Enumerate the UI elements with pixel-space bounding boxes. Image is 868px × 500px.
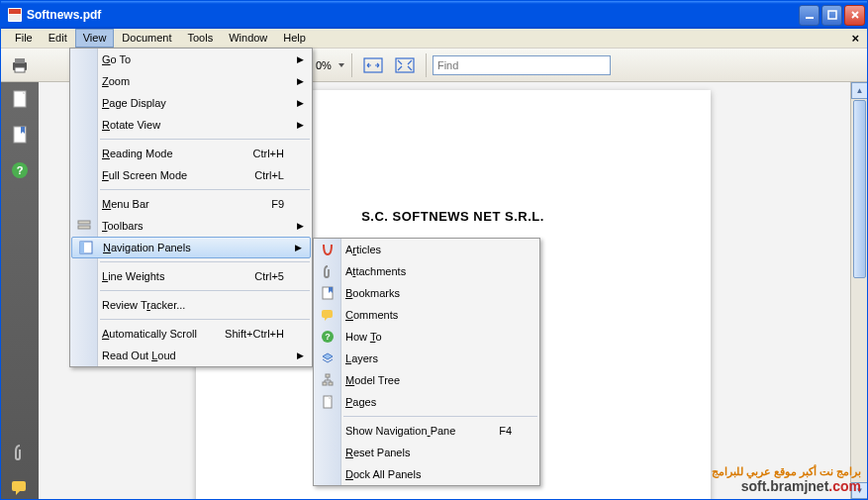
layers-icon [320, 350, 336, 366]
navpanels-submenu-item-how-to[interactable]: ?How To [314, 326, 539, 348]
separator [426, 53, 427, 77]
view-menu-item-automatically-scroll[interactable]: Automatically ScrollShift+Ctrl+H [70, 323, 312, 345]
svg-rect-6 [15, 58, 25, 63]
scroll-thumb[interactable] [853, 100, 866, 278]
view-menu-item-line-weights[interactable]: Line WeightsCtrl+5 [70, 265, 312, 287]
submenu-arrow-icon: ▶ [297, 120, 304, 130]
fit-page-button[interactable] [390, 51, 420, 79]
menu-item-label: Zoom [102, 75, 130, 87]
view-menu-item-menu-bar[interactable]: Menu BarF9 [70, 193, 312, 215]
svg-text:?: ? [17, 164, 24, 176]
view-menu-item-navigation-panels[interactable]: Navigation Panels▶ [71, 237, 311, 258]
view-menu-item-go-to[interactable]: Go To▶ [70, 49, 312, 70]
menu-window[interactable]: Window [221, 29, 275, 48]
view-menu-item-review-tracker-[interactable]: Review Tracker... [70, 294, 312, 316]
menu-tools[interactable]: Tools [180, 29, 222, 48]
bookmarks-panel-button[interactable] [9, 124, 31, 146]
howto-icon: ? [320, 329, 336, 345]
menu-item-label: Model Tree [345, 374, 400, 386]
separator [351, 53, 352, 77]
find-input[interactable] [433, 55, 611, 75]
navpanels-submenu-item-attachments[interactable]: Attachments [314, 260, 539, 282]
scroll-up-button[interactable]: ▲ [851, 82, 867, 99]
menu-edit[interactable]: Edit [41, 29, 75, 48]
nav-panels-icon [78, 240, 94, 255]
svg-rect-7 [15, 67, 25, 72]
menu-separator [100, 319, 310, 320]
comments-panel-button[interactable] [9, 477, 31, 499]
submenu-arrow-icon: ▶ [297, 98, 304, 108]
menu-file[interactable]: File [7, 29, 41, 48]
navpanels-submenu-item-dock-all-panels[interactable]: Dock All Panels [314, 463, 539, 485]
maximize-button[interactable] [821, 5, 842, 26]
pages-panel-button[interactable] [9, 88, 31, 110]
howto-panel-button[interactable]: ? [9, 159, 31, 181]
svg-rect-2 [9, 15, 21, 21]
svg-rect-4 [828, 11, 836, 19]
svg-rect-18 [80, 242, 84, 253]
shortcut-label: Shift+Ctrl+H [225, 328, 284, 340]
menu-separator [100, 189, 310, 190]
modeltree-icon [320, 372, 336, 388]
navpanels-submenu-item-pages[interactable]: Pages [314, 391, 539, 413]
menu-item-label: Page Display [102, 97, 166, 109]
navpanels-submenu-item-bookmarks[interactable]: Bookmarks [314, 282, 539, 304]
menu-item-label: Layers [345, 352, 378, 364]
fit-width-button[interactable] [358, 51, 388, 79]
comments-icon [320, 307, 336, 323]
navigation-panels-submenu: ArticlesAttachmentsBookmarksComments?How… [313, 238, 540, 486]
close-document-button[interactable]: × [843, 29, 867, 48]
menu-item-label: Show Navigation Pane [345, 425, 455, 437]
menu-view[interactable]: View [75, 29, 115, 48]
menu-help[interactable]: Help [275, 29, 314, 48]
view-menu-item-reading-mode[interactable]: Reading ModeCtrl+H [70, 143, 312, 164]
menu-document[interactable]: Document [114, 29, 179, 48]
minimize-button[interactable] [799, 5, 820, 26]
navpanels-submenu-item-articles[interactable]: Articles [314, 239, 539, 260]
menu-item-label: Rotate View [102, 119, 160, 131]
view-menu-item-toolbars[interactable]: Toolbars▶ [70, 215, 312, 237]
svg-rect-3 [806, 17, 814, 19]
window-title: Softnews.pdf [27, 8, 799, 22]
dropdown-arrow-icon[interactable] [338, 61, 345, 69]
window-controls [799, 5, 865, 26]
articles-icon [320, 242, 336, 257]
menu-item-label: Bookmarks [345, 287, 400, 299]
submenu-arrow-icon: ▶ [297, 350, 304, 360]
navpanels-submenu-item-comments[interactable]: Comments [314, 304, 539, 326]
svg-rect-24 [323, 382, 327, 385]
menu-item-label: Reset Panels [345, 447, 410, 458]
svg-rect-25 [329, 382, 333, 385]
vertical-scrollbar[interactable]: ▲ ▼ [850, 82, 867, 499]
menu-separator [100, 290, 310, 291]
print-button[interactable] [5, 51, 35, 79]
menu-item-label: Articles [345, 244, 381, 255]
navpanels-submenu-item-layers[interactable]: Layers [314, 348, 539, 369]
watermark-line2: soft.bramjnet.com [712, 478, 861, 495]
bookmarks-icon [320, 285, 336, 301]
menu-item-label: Review Tracker... [102, 299, 185, 311]
view-menu-item-rotate-view[interactable]: Rotate View▶ [70, 114, 312, 136]
view-dropdown-menu: Go To▶Zoom▶Page Display▶Rotate View▶Read… [69, 48, 313, 367]
view-menu-item-page-display[interactable]: Page Display▶ [70, 92, 312, 114]
view-menu-item-full-screen-mode[interactable]: Full Screen ModeCtrl+L [70, 164, 312, 186]
menu-item-label: Comments [345, 309, 398, 321]
svg-rect-16 [78, 226, 90, 229]
close-button[interactable] [844, 5, 865, 26]
submenu-arrow-icon: ▶ [297, 221, 304, 231]
navpanels-submenu-item-show-navigation-pane[interactable]: Show Navigation PaneF4 [314, 420, 539, 442]
menu-separator [100, 261, 310, 262]
navpanels-submenu-item-model-tree[interactable]: Model Tree [314, 369, 539, 391]
shortcut-label: Ctrl+5 [254, 270, 284, 282]
attachments-panel-button[interactable] [9, 442, 31, 463]
svg-rect-23 [326, 374, 330, 377]
menu-separator [343, 416, 537, 417]
svg-text:?: ? [325, 332, 331, 342]
submenu-arrow-icon: ▶ [297, 54, 304, 64]
navpanels-submenu-item-reset-panels[interactable]: Reset Panels [314, 442, 539, 463]
attachments-icon [320, 263, 336, 279]
menu-item-label: How To [345, 331, 382, 343]
menu-item-label: Pages [345, 396, 376, 408]
view-menu-item-read-out-loud[interactable]: Read Out Loud▶ [70, 345, 312, 366]
view-menu-item-zoom[interactable]: Zoom▶ [70, 70, 312, 92]
